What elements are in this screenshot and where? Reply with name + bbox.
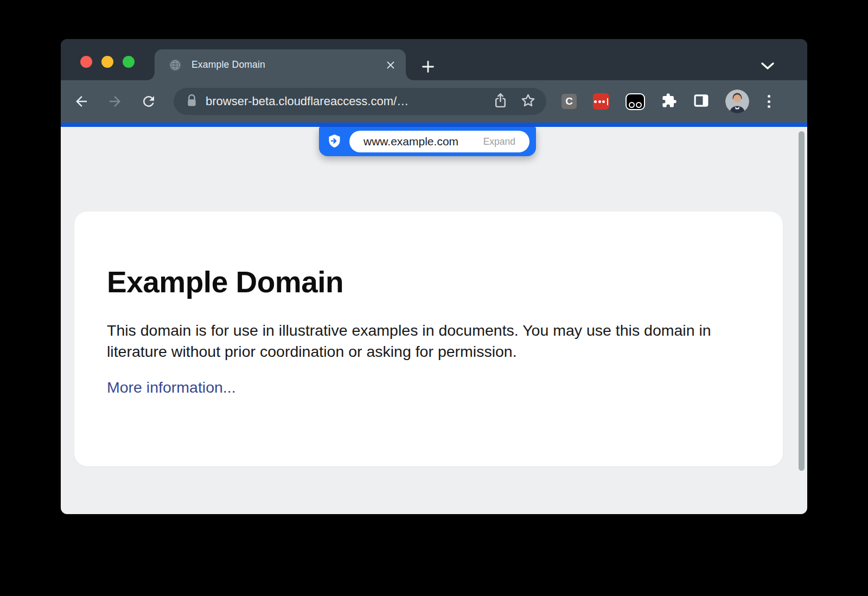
shield-arrow-icon xyxy=(327,134,342,151)
recorder-extension-icon[interactable] xyxy=(626,93,645,110)
extensions-puzzle-icon[interactable] xyxy=(661,93,677,111)
isolation-host-pill[interactable]: www.example.com Expand xyxy=(319,127,536,156)
extensions-row: C xyxy=(561,89,773,113)
isolation-host-field[interactable]: www.example.com Expand xyxy=(349,131,529,152)
isolated-hostname: www.example.com xyxy=(363,135,458,148)
address-bar[interactable]: browser-beta.cloudflareaccess.com/… xyxy=(174,88,546,115)
tab-search-chevron-icon[interactable] xyxy=(761,62,775,72)
window-controls xyxy=(80,56,135,68)
browser-window: Example Domain xyxy=(61,39,807,514)
close-window-button[interactable] xyxy=(80,56,92,68)
url-text[interactable]: browser-beta.cloudflareaccess.com/… xyxy=(206,94,409,108)
page-paragraph: This domain is for use in illustrative e… xyxy=(107,320,731,362)
page-title: Example Domain xyxy=(107,265,745,299)
lock-icon xyxy=(187,94,197,110)
isolation-indicator-line xyxy=(61,123,807,127)
extension-c-icon[interactable]: C xyxy=(561,94,577,109)
bookmark-star-icon[interactable] xyxy=(521,93,535,110)
reload-button[interactable] xyxy=(140,93,157,110)
forward-button[interactable] xyxy=(106,93,124,110)
browser-menu-kebab-icon[interactable] xyxy=(765,93,773,110)
new-tab-button[interactable] xyxy=(420,59,436,75)
expand-button[interactable]: Expand xyxy=(483,136,515,148)
navigation-bar: browser-beta.cloudflareaccess.com/… C xyxy=(61,80,807,123)
back-button[interactable] xyxy=(73,93,90,110)
globe-favicon-icon xyxy=(169,59,182,72)
password-manager-extension-icon[interactable] xyxy=(593,93,609,110)
vertical-scrollbar-thumb[interactable] xyxy=(799,131,805,471)
more-information-link[interactable]: More information... xyxy=(107,379,236,396)
side-panel-icon[interactable] xyxy=(693,93,709,111)
page-viewport: www.example.com Expand Example Domain Th… xyxy=(61,127,807,514)
tab-example-domain[interactable]: Example Domain xyxy=(155,49,406,80)
tab-title: Example Domain xyxy=(192,59,265,71)
minimize-window-button[interactable] xyxy=(101,56,113,68)
share-icon[interactable] xyxy=(493,92,508,111)
zoom-window-button[interactable] xyxy=(123,56,135,68)
example-domain-card: Example Domain This domain is for use in… xyxy=(74,212,783,466)
close-tab-icon[interactable] xyxy=(386,60,395,69)
tab-strip: Example Domain xyxy=(61,39,807,80)
profile-avatar[interactable] xyxy=(725,89,749,113)
